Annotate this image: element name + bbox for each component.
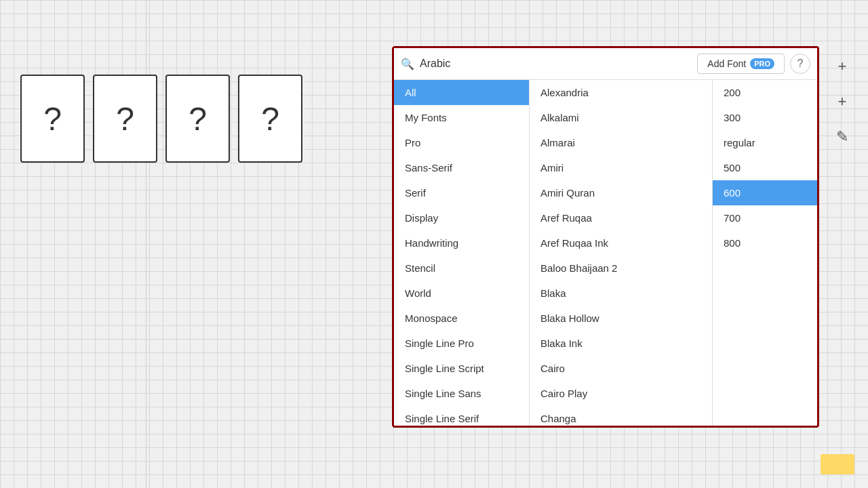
category-item-all[interactable]: All — [394, 80, 529, 105]
category-column: AllMy FontsProSans-SerifSerifDisplayHand… — [394, 80, 530, 426]
font-card-0: ? — [20, 75, 85, 163]
category-item-sans-serif[interactable]: Sans-Serif — [394, 155, 529, 180]
font-card-3: ? — [238, 75, 302, 163]
font-item-cairo-play[interactable]: Cairo Play — [530, 381, 712, 406]
font-item-alkalami[interactable]: Alkalami — [530, 105, 712, 130]
category-item-single-line-serif[interactable]: Single Line Serif — [394, 406, 529, 426]
pro-badge: PRO — [750, 58, 774, 69]
category-item-monospace[interactable]: Monospace — [394, 306, 529, 331]
font-picker-panel: 🔍 Add Font PRO ? AllMy FontsProSans-Seri… — [392, 46, 819, 428]
font-item-aref-ruqaa[interactable]: Aref Ruqaa — [530, 205, 712, 230]
font-item-blaka-ink[interactable]: Blaka Ink — [530, 331, 712, 356]
font-item-blaka-hollow[interactable]: Blaka Hollow — [530, 306, 712, 331]
font-item-amiri[interactable]: Amiri — [530, 155, 712, 180]
font-item-almarai[interactable]: Almarai — [530, 130, 712, 155]
weight-item-w700[interactable]: 700 — [713, 205, 817, 230]
font-search-input[interactable] — [420, 58, 692, 70]
add-font-button[interactable]: Add Font PRO — [697, 54, 785, 74]
weight-item-w800[interactable]: 800 — [713, 230, 817, 256]
search-icon: 🔍 — [401, 58, 414, 70]
cards-container: ???? — [20, 75, 302, 163]
category-item-display[interactable]: Display — [394, 205, 529, 230]
category-item-my-fonts[interactable]: My Fonts — [394, 105, 529, 130]
category-item-world[interactable]: World — [394, 281, 529, 306]
font-item-cairo[interactable]: Cairo — [530, 356, 712, 381]
help-button[interactable]: ? — [790, 54, 810, 74]
font-item-blaka[interactable]: Blaka — [530, 281, 712, 306]
font-card-2: ? — [165, 75, 230, 163]
canvas-divider — [146, 0, 146, 488]
weight-item-w500[interactable]: 500 — [713, 155, 817, 180]
category-item-single-line-sans[interactable]: Single Line Sans — [394, 381, 529, 406]
yellow-note — [821, 454, 854, 474]
search-bar: 🔍 Add Font PRO ? — [394, 48, 817, 80]
toolbar-right: + + ✎ — [830, 54, 854, 149]
add-element-button[interactable]: + — [830, 54, 854, 79]
font-list-column: AlexandriaAlkalamiAlmaraiAmiriAmiri Qura… — [530, 80, 713, 426]
font-item-aref-ruqaa-ink[interactable]: Aref Ruqaa Ink — [530, 230, 712, 256]
font-card-1: ? — [93, 75, 157, 163]
weight-item-w600[interactable]: 600 — [713, 180, 817, 205]
category-item-single-line-pro[interactable]: Single Line Pro — [394, 331, 529, 356]
category-item-serif[interactable]: Serif — [394, 180, 529, 205]
font-picker-columns: AllMy FontsProSans-SerifSerifDisplayHand… — [394, 80, 817, 426]
add-shape-button[interactable]: + — [830, 89, 854, 114]
font-item-alexandria[interactable]: Alexandria — [530, 80, 712, 105]
font-item-baloo-bhaijaan-2[interactable]: Baloo Bhaijaan 2 — [530, 256, 712, 281]
weight-item-regular[interactable]: regular — [713, 130, 817, 155]
font-item-changa[interactable]: Changa — [530, 406, 712, 426]
weight-column: 200300regular500600700800 — [713, 80, 817, 426]
category-item-handwriting[interactable]: Handwriting — [394, 230, 529, 256]
category-item-single-line-script[interactable]: Single Line Script — [394, 356, 529, 381]
edit-button[interactable]: ✎ — [830, 125, 854, 149]
font-item-amiri-quran[interactable]: Amiri Quran — [530, 180, 712, 205]
weight-item-w300[interactable]: 300 — [713, 105, 817, 130]
category-item-stencil[interactable]: Stencil — [394, 256, 529, 281]
weight-item-w200[interactable]: 200 — [713, 80, 817, 105]
category-item-pro[interactable]: Pro — [394, 130, 529, 155]
add-font-label: Add Font — [707, 58, 746, 69]
